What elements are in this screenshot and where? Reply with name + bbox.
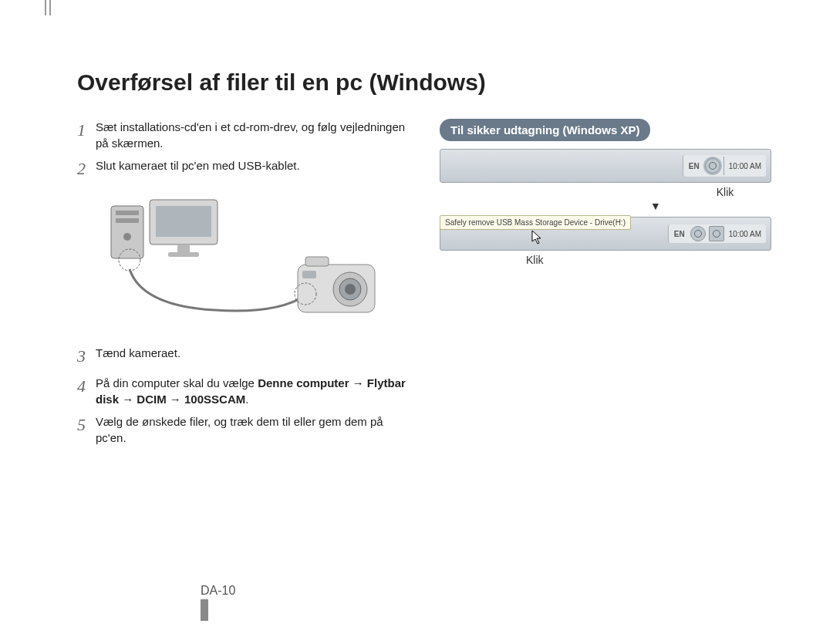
svg-point-3 (123, 233, 131, 241)
step-number: 1 (77, 119, 96, 143)
step-text: På din computer skal du vælge Denne comp… (96, 375, 409, 407)
connection-diagram (97, 195, 383, 326)
svg-rect-10 (305, 257, 329, 266)
svg-rect-2 (116, 218, 139, 223)
steps-column: 1 Sæt installations-cd'en i et cd-rom-dr… (77, 119, 409, 452)
callout-column: Til sikker udtagning (Windows XP) EN 10:… (440, 119, 779, 452)
tray-separator (723, 157, 724, 175)
speaker-icon (709, 226, 724, 241)
page-content: Overførsel af filer til en pc (Windows) … (46, 0, 802, 644)
step-2: 2 Slut kameraet til pc'en med USB-kablet… (77, 157, 409, 181)
two-column-layout: 1 Sæt installations-cd'en i et cd-rom-dr… (77, 119, 802, 452)
step-number: 5 (77, 413, 96, 437)
system-tray: EN 10:00 AM (668, 224, 766, 243)
step-1: 1 Sæt installations-cd'en i et cd-rom-dr… (77, 119, 409, 151)
balloon-tooltip: Safely remove USB Mass Storage Device - … (440, 215, 631, 230)
step-number: 2 (77, 157, 96, 181)
callout-header: Til sikker udtagning (Windows XP) (440, 119, 650, 141)
page-title: Overførsel af filer til en pc (Windows) (77, 69, 802, 96)
step-4: 4 På din computer skal du vælge Denne co… (77, 375, 409, 407)
step-text: Vælg de ønskede filer, og træk dem til e… (96, 413, 409, 446)
page-number-bar (201, 599, 208, 621)
step-5: 5 Vælg de ønskede filer, og træk dem til… (77, 413, 409, 446)
tray-clock: 10:00 AM (727, 162, 763, 170)
tray-clock: 10:00 AM (727, 230, 763, 238)
svg-rect-14 (302, 271, 316, 278)
taskbar-screenshot-2: EN 10:00 AM Safely remove USB Mass Stora… (440, 217, 771, 251)
taskbar-screenshot-1: EN 10:00 AM (440, 149, 771, 183)
step-text: Sæt installations-cd'en i et cd-rom-drev… (96, 119, 409, 151)
step-number: 4 (77, 375, 96, 399)
step-number: 3 (77, 345, 96, 369)
click-label-1: Klik (671, 186, 779, 198)
svg-rect-7 (168, 252, 199, 257)
tray-language: EN (672, 229, 687, 239)
safe-remove-icon (690, 226, 706, 241)
page-number: DA-10 (201, 584, 235, 598)
step-text: Slut kameraet til pc'en med USB-kablet. (96, 157, 409, 174)
svg-rect-5 (156, 206, 211, 237)
tray-language: EN (686, 161, 702, 171)
step4-prefix: På din computer skal du vælge (96, 376, 258, 389)
system-tray: EN 10:00 AM (683, 155, 766, 177)
click-label-2: Klik (526, 254, 779, 266)
arrow-down-icon: ▼ (532, 200, 779, 212)
step-3: 3 Tænd kameraet. (77, 345, 409, 369)
step-text: Tænd kameraet. (96, 345, 409, 361)
safe-remove-icon (705, 158, 720, 174)
svg-rect-1 (116, 211, 139, 215)
step4-suffix: . (245, 393, 248, 406)
svg-point-13 (345, 284, 356, 295)
svg-rect-6 (177, 244, 190, 252)
